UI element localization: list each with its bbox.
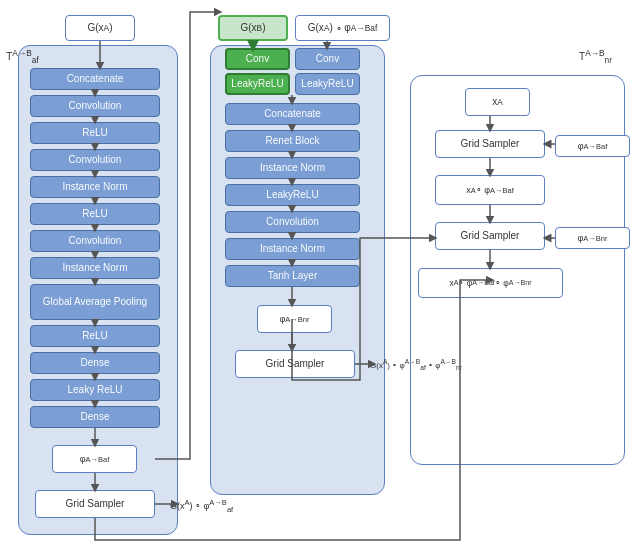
right-xa-circ-af-nr: xA ∘ φA→Baf ∘ φA→Bnr bbox=[418, 268, 563, 298]
left-header-label: TA→Baf bbox=[5, 48, 40, 65]
left-layer-concatenate: Concatenate bbox=[30, 68, 160, 90]
mid-layer-instnorm2: Instance Norm bbox=[225, 238, 360, 260]
mid-conv2: Conv bbox=[295, 48, 360, 70]
right-phi-nr: φA→Bnr bbox=[555, 227, 630, 249]
left-layer-relu2: ReLU bbox=[30, 203, 160, 225]
left-layer-dense1: Dense bbox=[30, 352, 160, 374]
left-layer-conv1: Convolution bbox=[30, 95, 160, 117]
mid-phi-box: φA→Bnr bbox=[257, 305, 332, 333]
left-grid-sampler: Grid Sampler bbox=[35, 490, 155, 518]
mid-layer-conv: Convolution bbox=[225, 211, 360, 233]
mid-layer-instnorm: Instance Norm bbox=[225, 157, 360, 179]
mid-leakyrelu1: LeakyReLU bbox=[225, 73, 290, 95]
right-xa-circ-af: xA ∘ φA→Baf bbox=[435, 175, 545, 205]
mid-leakyrelu2: LeakyReLU bbox=[295, 73, 360, 95]
left-layer-instnorm1: Instance Norm bbox=[30, 176, 160, 198]
right-header-label: TA→Bnr bbox=[558, 48, 633, 65]
mid-layer-concatenate: Concatenate bbox=[225, 103, 360, 125]
left-top-label: G(xA) bbox=[65, 15, 135, 41]
left-layer-instnorm2: Instance Norm bbox=[30, 257, 160, 279]
mid-layer-leakyrelu: LeakyReLU bbox=[225, 184, 360, 206]
mid-layer-renet: Renet Block bbox=[225, 130, 360, 152]
right-grid-sampler-2: Grid Sampler bbox=[435, 222, 545, 250]
mid-layer-tanh: Tanh Layer bbox=[225, 265, 360, 287]
left-layer-dense2: Dense bbox=[30, 406, 160, 428]
left-bottom-label: G(xA) ∘ φA→Baf bbox=[170, 498, 233, 514]
right-grid-sampler-1: Grid Sampler bbox=[435, 130, 545, 158]
diagram-container: TA→Baf G(xA) G(xB) G(xA) ∘ φA→Baf TA→Bnr… bbox=[0, 0, 640, 559]
right-xa-box: xA bbox=[465, 88, 530, 116]
left-layer-conv2: Convolution bbox=[30, 149, 160, 171]
mid-grid-sampler: Grid Sampler bbox=[235, 350, 355, 378]
left-layer-gap: Global Average Pooling bbox=[30, 284, 160, 320]
mid-top-gxb: G(xB) bbox=[218, 15, 288, 41]
left-layer-leakyrelu: Leaky ReLU bbox=[30, 379, 160, 401]
left-layer-relu1: ReLU bbox=[30, 122, 160, 144]
mid-top-gxa-circ: G(xA) ∘ φA→Baf bbox=[295, 15, 390, 41]
left-layer-conv3: Convolution bbox=[30, 230, 160, 252]
mid-bottom-label: G(xA) ∘ φA→Baf ∘ φA→Bnr bbox=[370, 358, 462, 371]
left-layer-relu3: ReLU bbox=[30, 325, 160, 347]
mid-conv1: Conv bbox=[225, 48, 290, 70]
left-phi-box: φA→Baf bbox=[52, 445, 137, 473]
right-phi-af: φA→Baf bbox=[555, 135, 630, 157]
